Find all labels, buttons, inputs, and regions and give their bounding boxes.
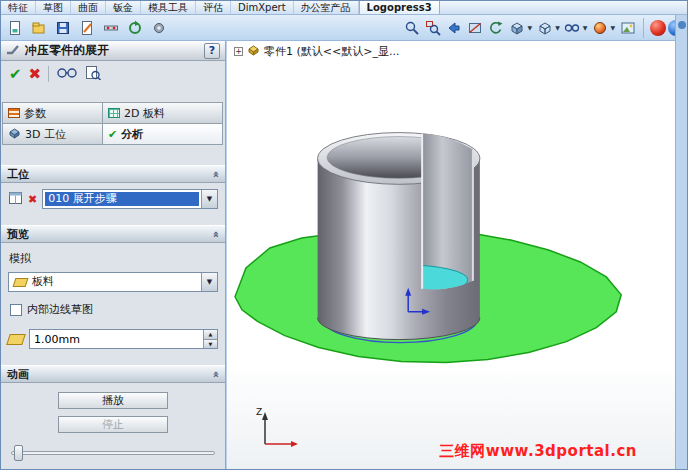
blank-combo-row: 板料 ▼ xyxy=(1,266,225,292)
animation-buttons: 播放 停止 xyxy=(1,383,225,433)
menu-bar: 特征 草图 曲面 钣金 模具工具 评估 DimXpert 办公室产品 Logop… xyxy=(1,1,687,15)
section-header-animation[interactable]: 动画 » xyxy=(1,365,225,383)
zoom-area-icon[interactable] xyxy=(424,18,443,37)
dropdown-caret[interactable]: ▼ xyxy=(555,24,560,31)
thickness-input[interactable] xyxy=(30,330,203,348)
spin-up-icon[interactable]: ▲ xyxy=(204,330,217,339)
collapse-chevron-icon[interactable]: » xyxy=(209,170,222,177)
triad-z-label: Z xyxy=(256,407,262,417)
chevron-down-icon[interactable]: ▼ xyxy=(201,273,217,291)
sheet-icon xyxy=(13,278,29,287)
watermark-text: 三维网www.3dportal.cn xyxy=(439,442,637,461)
unfold-tool-icon xyxy=(6,43,20,58)
model-canvas[interactable] xyxy=(227,41,675,469)
gear-icon[interactable] xyxy=(148,17,170,39)
view-toolbar-group: ▼ ▼ ▼ ▼ xyxy=(400,18,641,37)
open-file-icon[interactable] xyxy=(28,17,50,39)
menu-tab-moldtools[interactable]: 模具工具 xyxy=(141,1,196,14)
menu-tab-sketch[interactable]: 草图 xyxy=(36,1,71,14)
station-step-row: ✖ 010 展开步骤 ▼ xyxy=(1,183,225,209)
section-header-preview[interactable]: 预览 » xyxy=(1,225,225,243)
panel-action-row: ✔ ✖ xyxy=(1,61,225,87)
appearance-icon[interactable] xyxy=(590,18,609,37)
slider-thumb[interactable] xyxy=(14,445,23,461)
tab-label: 2D 板料 xyxy=(124,106,165,121)
document-pencil-icon[interactable] xyxy=(76,17,98,39)
tab-3d-station[interactable]: 3D 工位 xyxy=(2,123,103,145)
menu-tab-sheetmetal[interactable]: 钣金 xyxy=(106,1,141,14)
feature-tree-root[interactable]: + 零件1 (默认<<默认>_显... xyxy=(234,44,399,59)
simulate-label: 模拟 xyxy=(1,243,225,266)
display-style-icon[interactable] xyxy=(535,18,554,37)
station-table-icon xyxy=(8,191,23,208)
station-3d-icon xyxy=(8,127,21,142)
menu-tab-surfaces[interactable]: 曲面 xyxy=(71,1,106,14)
collapse-chevron-icon[interactable]: » xyxy=(209,370,222,377)
help-button[interactable]: ? xyxy=(204,43,220,59)
cancel-button[interactable]: ✖ xyxy=(29,67,42,82)
task-pane-icon[interactable] xyxy=(678,21,686,29)
toolbar-separator xyxy=(643,18,644,38)
analysis-check-icon: ✔ xyxy=(108,129,117,140)
thickness-icon xyxy=(6,334,26,345)
action-separator xyxy=(48,66,49,82)
blank-combobox[interactable]: 板料 ▼ xyxy=(8,272,218,292)
task-pane-strip[interactable] xyxy=(675,15,687,469)
reference-triad: Z xyxy=(255,406,299,451)
graphics-area[interactable]: + 零件1 (默认<<默认>_显... Z 三维网www.3dportal.cn xyxy=(227,41,675,469)
stop-button: 停止 xyxy=(58,416,168,433)
main-toolbar: ▼ ▼ ▼ ▼ xyxy=(1,15,687,41)
zoom-fit-icon[interactable] xyxy=(403,18,422,37)
tree-expander-icon[interactable]: + xyxy=(234,47,243,56)
dropdown-caret[interactable]: ▼ xyxy=(583,24,588,31)
section-title: 预览 xyxy=(7,227,29,242)
step-combobox[interactable]: 010 展开步骤 ▼ xyxy=(42,189,218,209)
hide-show-icon[interactable] xyxy=(563,18,582,37)
glasses-icon[interactable] xyxy=(56,66,78,82)
slider-track xyxy=(11,451,215,455)
spin-down-icon[interactable]: ▼ xyxy=(204,339,217,349)
view-orientation-icon[interactable] xyxy=(508,18,527,37)
part-icon xyxy=(247,44,260,59)
rotate-view-icon[interactable] xyxy=(487,18,506,37)
section-header-station[interactable]: 工位 » xyxy=(1,165,225,183)
strip-die-icon[interactable] xyxy=(100,17,122,39)
section-title: 动画 xyxy=(7,367,29,382)
tab-label: 3D 工位 xyxy=(25,127,66,142)
rebuild-icon[interactable] xyxy=(124,17,146,39)
dropdown-caret[interactable]: ▼ xyxy=(528,24,533,31)
new-file-icon[interactable] xyxy=(4,17,26,39)
section-title: 工位 xyxy=(7,167,29,182)
ok-button[interactable]: ✔ xyxy=(9,67,22,82)
menu-tab-dimxpert[interactable]: DimXpert xyxy=(231,1,294,14)
animation-slider[interactable] xyxy=(9,445,217,461)
tab-label: 分析 xyxy=(121,127,143,142)
panel-title: 冲压零件的展开 xyxy=(25,42,109,59)
previous-view-icon[interactable] xyxy=(445,18,464,37)
tab-parameters[interactable]: 参数 xyxy=(2,102,103,124)
menu-tab-logopress3[interactable]: Logopress3 xyxy=(359,1,440,14)
menu-tab-evaluate[interactable]: 评估 xyxy=(196,1,231,14)
collapse-chevron-icon[interactable]: » xyxy=(209,230,222,237)
step-combobox-value: 010 展开步骤 xyxy=(45,192,199,206)
menu-tab-office[interactable]: 办公室产品 xyxy=(294,1,359,14)
blank-2d-icon xyxy=(108,108,120,118)
scene-icon[interactable] xyxy=(618,18,637,37)
app-window: 特征 草图 曲面 钣金 模具工具 评估 DimXpert 办公室产品 Logop… xyxy=(0,0,688,470)
thickness-row: ▲ ▼ xyxy=(1,317,225,349)
tab-analysis[interactable]: ✔ 分析 xyxy=(102,123,223,145)
save-icon[interactable] xyxy=(52,17,74,39)
inner-edge-checkbox-label: 内部边线草图 xyxy=(27,302,93,317)
preview-page-icon[interactable] xyxy=(85,65,101,83)
inner-edge-checkbox[interactable] xyxy=(10,304,22,316)
parameters-icon xyxy=(8,108,20,118)
inner-edge-checkbox-row: 内部边线草图 xyxy=(1,292,225,317)
section-view-icon[interactable] xyxy=(466,18,485,37)
tab-2d-blank[interactable]: 2D 板料 xyxy=(102,102,223,124)
play-button[interactable]: 播放 xyxy=(58,392,168,409)
menu-tab-features[interactable]: 特征 xyxy=(1,1,36,14)
dropdown-caret[interactable]: ▼ xyxy=(610,24,615,31)
help-sphere-icon[interactable] xyxy=(650,20,666,36)
chevron-down-icon[interactable]: ▼ xyxy=(201,190,217,208)
delete-step-icon[interactable]: ✖ xyxy=(28,194,37,205)
